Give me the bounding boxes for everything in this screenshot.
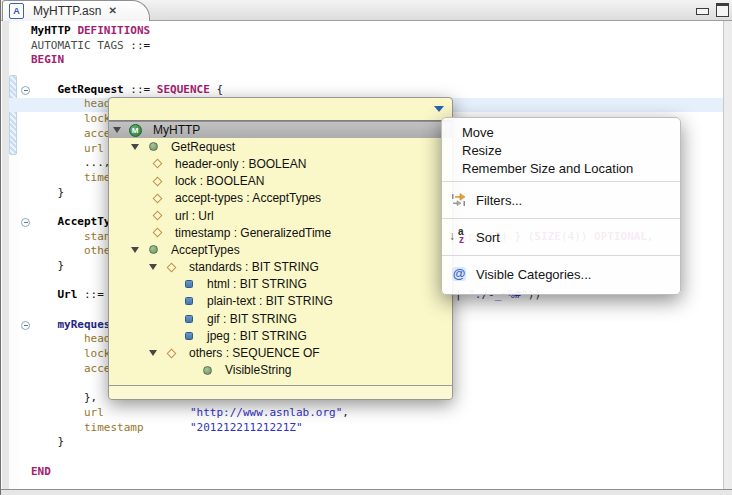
outline-tree-item[interactable]: lock : BOOLEAN [109,173,452,190]
collapse-icon[interactable] [21,321,30,330]
outline-tree-item[interactable]: AcceptTypes [109,241,452,258]
field-icon [149,212,165,219]
maximize-icon[interactable] [716,3,729,17]
type-icon [145,245,161,254]
code-line: END [31,465,654,480]
menu-item-label: Visible Categories... [476,267,591,282]
type-icon [199,366,215,375]
outline-tree-item[interactable]: gif : BIT STRING [109,310,452,327]
field-icon [163,350,179,357]
tree-item-label: html : BIT STRING [207,277,307,291]
filters-icon [450,191,468,209]
menu-item-label: Filters... [476,193,522,208]
code-line: MyHTTP DEFINITIONS [31,24,654,39]
field-icon [149,195,165,202]
menu-item-filters[interactable]: Filters... [442,186,680,214]
tree-item-label: header-only : BOOLEAN [175,157,306,171]
tree-item-label: others : SEQUENCE OF [189,346,320,360]
code-line: BEGIN [31,53,654,68]
collapse-icon[interactable] [21,86,30,95]
module-icon: M [127,124,143,137]
visible-categories-icon: @ [450,265,468,283]
outline-tree-item[interactable]: header-only : BOOLEAN [109,155,452,172]
outline-popup-footer [109,385,452,399]
asn-file-icon: A [9,3,24,19]
close-icon[interactable]: ✕ [108,6,116,16]
tree-item-label: MyHTTP [153,123,200,137]
outline-tree-item[interactable]: timestamp : GeneralizedTime [109,224,452,241]
menu-separator [442,218,680,219]
editor-window-controls [696,3,729,17]
bit-icon [181,280,197,288]
menu-item-remember-size-and-location[interactable]: Remember Size and Location [442,159,680,177]
menu-item-resize[interactable]: Resize [442,141,680,159]
bit-icon [181,315,197,323]
menu-item-sort[interactable]: ↓azSort [442,223,680,251]
type-icon [145,142,161,151]
tree-item-label: VisibleString [225,363,291,377]
field-icon [149,160,165,167]
code-line: timestamp "20121221121221Z" [31,421,654,436]
menu-item-label: Move [462,125,494,140]
editor-tab-bar: A MyHTTP.asn ✕ [1,0,732,21]
code-line [31,68,654,83]
minimize-icon[interactable] [696,8,709,15]
tree-item-label: gif : BIT STRING [207,312,297,326]
tree-item-label: jpeg : BIT STRING [207,329,307,343]
tab-myhttp-asn[interactable]: A MyHTTP.asn ✕ [2,0,150,21]
code-line: GetRequest ::= SEQUENCE { [31,83,654,98]
outline-tree-item[interactable]: html : BIT STRING [109,276,452,293]
menu-item-label: Remember Size and Location [462,161,633,176]
field-icon [163,264,179,271]
code-line: } [31,435,654,450]
outline-tree-item[interactable]: VisibleString [109,362,452,379]
editor-left-margin [2,21,9,489]
expander-triangle-icon[interactable] [149,350,163,356]
outline-filter-field[interactable] [109,98,452,121]
bit-icon [181,297,197,305]
dropdown-arrow-icon[interactable] [434,106,444,112]
outline-tree-item[interactable]: plain-text : BIT STRING [109,293,452,310]
field-icon [149,178,165,185]
outline-tree-item[interactable]: accept-types : AcceptTypes [109,190,452,207]
tree-item-label: AcceptTypes [171,243,240,257]
tree-item-label: standards : BIT STRING [189,260,319,274]
tree-item-label: accept-types : AcceptTypes [175,191,321,205]
tree-item-label: GetRequest [171,140,235,154]
menu-item-move[interactable]: Move [442,123,680,141]
outline-tree: MMyHTTPGetRequestheader-only : BOOLEANlo… [109,121,452,379]
menu-separator [442,255,680,256]
tab-title: MyHTTP.asn [33,4,101,18]
code-line: AUTOMATIC TAGS ::= [31,39,654,54]
window-bottom-border [1,489,732,495]
tree-item-label: plain-text : BIT STRING [207,294,333,308]
annotation-ruler[interactable] [9,21,18,489]
expander-triangle-icon[interactable] [113,127,127,133]
outline-tree-item[interactable]: jpeg : BIT STRING [109,327,452,344]
collapse-icon[interactable] [21,218,30,227]
sort-icon: ↓az [450,228,468,246]
code-line [31,450,654,465]
menu-separator [442,181,680,182]
outline-tree-item[interactable]: MMyHTTP [109,121,452,138]
outline-tree-item[interactable]: others : SEQUENCE OF [109,344,452,361]
quick-outline-popup: MMyHTTPGetRequestheader-only : BOOLEANlo… [108,97,453,400]
tree-item-label: lock : BOOLEAN [175,174,264,188]
bit-icon [181,332,197,340]
outline-tree-item[interactable]: GetRequest [109,138,452,155]
expander-triangle-icon[interactable] [131,144,145,150]
overview-ruler-scrollbar[interactable] [723,21,732,489]
code-line: url "http://www.asnlab.org", [31,406,654,421]
menu-item-label: Sort [476,230,500,245]
view-menu: MoveResizeRemember Size and LocationFilt… [441,117,681,295]
editor-window: A MyHTTP.asn ✕ MyHTTP DEFINITIONSAUTOMAT… [0,0,732,495]
range-indicator [9,75,17,155]
tree-item-label: timestamp : GeneralizedTime [175,226,331,240]
tree-item-label: url : Url [175,209,214,223]
outline-tree-item[interactable]: url : Url [109,207,452,224]
menu-item-visible-categories[interactable]: @Visible Categories... [442,260,680,288]
expander-triangle-icon[interactable] [131,247,145,253]
outline-tree-item[interactable]: standards : BIT STRING [109,259,452,276]
menu-item-label: Resize [462,143,502,158]
expander-triangle-icon[interactable] [149,264,163,270]
